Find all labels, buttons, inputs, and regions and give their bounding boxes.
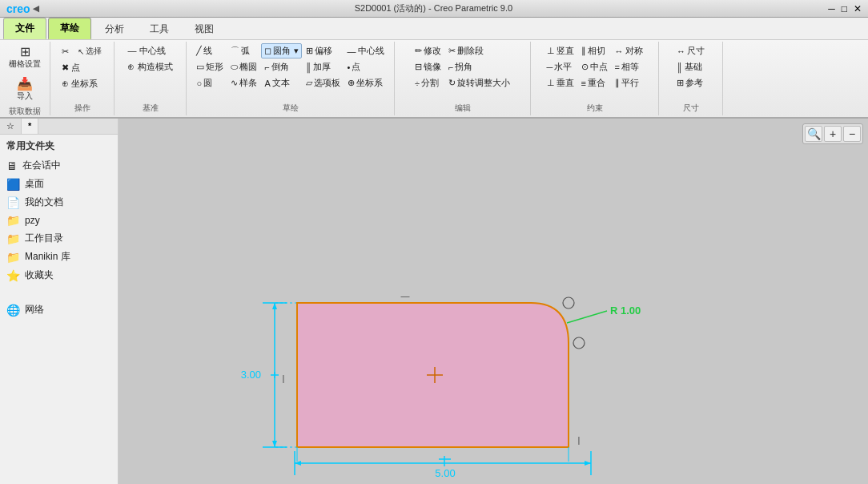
thicken-btn[interactable]: ║ 加厚 [303,59,344,75]
group-label-constraints: 约束 [587,101,603,114]
rect-btn[interactable]: ▭ 矩形 [193,59,227,75]
centerline-btn[interactable]: ― 中心线 [124,43,168,58]
rect-icon: ▭ [196,62,204,72]
symmetric-btn[interactable]: ↔ 对称 [612,43,646,58]
svg-text:|: | [283,373,285,383]
coord-btn[interactable]: ⊕ 坐标系 [58,76,101,91]
chamfer-btn[interactable]: ⌐ 倒角 [261,59,301,75]
perpendicular-icon: ⊥ [547,78,555,88]
sidebar-item-pzy[interactable]: 📁 pzy [0,212,118,229]
coincident-btn[interactable]: ≡ 重合 [578,75,611,91]
spline-btn[interactable]: ∿ 样条 [227,75,260,91]
horizontal-icon: ─ [547,63,553,72]
grid-settings-btn[interactable]: ⊞ 栅格设置 [5,43,45,72]
sidebar-item-manikin[interactable]: 📁 Manikin 库 [0,248,118,266]
desktop-icon: 🟦 [6,178,20,191]
sidebar-item-network[interactable]: 🌐 网络 [0,300,118,319]
fillet-btn[interactable]: ◻ 圆角 ▾ [261,43,301,58]
vertical-constraint-btn[interactable]: ⊥ 竖直 [544,43,577,58]
sidebar-item-favorites[interactable]: ⭐ 收藏夹 [0,266,118,284]
sidebar-item-documents[interactable]: 📄 我的文档 [0,193,118,212]
sidebar-item-session[interactable]: 🖥 在会话中 [0,156,118,175]
sketch-coord-btn[interactable]: ⊕ 坐标系 [344,75,388,91]
window-controls[interactable]: ─ □ ✕ [828,3,862,14]
zoom-out-btn[interactable]: − [843,126,861,142]
dimension-btn[interactable]: ↔ 尺寸 [673,43,708,58]
mirror-icon: ⊟ [415,62,422,72]
group-label-edit: 编辑 [455,101,471,114]
select-btn[interactable]: ↖ 选择 [74,43,106,59]
favorites-icon: ⭐ [6,269,20,282]
offset-btn[interactable]: ⊞ 偏移 [303,43,344,58]
sidebar-tab-active[interactable]: * [22,119,38,134]
close-btn[interactable]: ✕ [854,3,862,14]
tab-sketch[interactable]: 草绘 [48,18,91,39]
zoom-in-btn[interactable]: + [824,126,842,142]
canvas-area[interactable]: 5.00 3.00 R 1.00 ― [119,119,868,484]
sidebar-item-label-session: 在会话中 [22,159,61,172]
midpoint-icon: ⊙ [581,62,589,72]
parallel-btn[interactable]: ∥ 平行 [612,75,646,91]
svg-text:5.00: 5.00 [435,467,455,479]
coincident-icon: ≡ [581,79,586,88]
centerline-icon: ― 中心线 [127,45,165,57]
minimize-btn[interactable]: ─ [828,3,835,14]
ref-icon: ⊞ [677,78,684,88]
sketch-point-btn[interactable]: • 点 [344,59,388,75]
svg-text:|: | [578,435,581,445]
equal-btn[interactable]: = 相等 [612,59,646,75]
tab-analysis[interactable]: 分析 [93,18,136,39]
midpoint-btn[interactable]: ⊙ 中点 [578,59,611,75]
symmetric-icon: ↔ [615,46,624,56]
divide-btn[interactable]: ÷ 分割 [412,75,444,91]
tab-file[interactable]: 文件 [3,18,46,39]
import-label: 导入 [17,91,33,102]
svg-text:3.00: 3.00 [241,369,261,381]
sidebar-item-desktop[interactable]: 🟦 桌面 [0,175,118,193]
pzy-icon: 📁 [6,214,20,227]
workdir-icon: 📁 [6,232,20,245]
manikin-icon: 📁 [6,251,20,264]
line-btn[interactable]: ╱ 线 [193,43,227,58]
construct-mode-btn[interactable]: ⊕ 构造模式 [124,59,175,75]
point-btn[interactable]: ✖ 点 [58,60,83,75]
group-label-get-data: 获取数据 [9,104,41,117]
maximize-btn[interactable]: □ [842,3,847,14]
palette-btn[interactable]: ▱ 选项板 [303,75,344,91]
baseline-btn[interactable]: ║ 基础 [673,59,705,75]
arc-btn[interactable]: ⌒ 弧 [227,43,260,58]
sidebar-item-label-manikin: Manikin 库 [25,250,70,264]
sidebar-item-label-favorites: 收藏夹 [25,268,54,282]
sidebar-item-label-documents: 我的文档 [25,196,63,209]
mirror-btn[interactable]: ⊟ 镜像 [412,59,444,75]
perpendicular-btn[interactable]: ⊥ 垂直 [544,75,577,91]
arc-icon: ⌒ [231,45,239,57]
offset-icon: ⊞ [306,46,313,56]
centerline2-btn[interactable]: ― 中心线 [344,43,388,58]
ellipse-btn[interactable]: ⬭ 椭圆 [227,59,260,75]
import-btn[interactable]: 📥 导入 [12,75,38,104]
search-btn[interactable]: 🔍 [805,126,822,142]
sidebar-item-label-workdir: 工作目录 [25,232,63,245]
line-icon: ╱ [196,46,202,56]
network-icon: 🌐 [6,304,20,317]
thicken-icon: ║ [306,63,312,72]
modify-btn[interactable]: ✏ 修改 [412,43,444,58]
text-btn[interactable]: A 文本 [261,75,301,91]
delete-seg-btn[interactable]: ✂ 删除段 [445,43,513,58]
point-icon: ✖ 点 [62,62,80,74]
circle-icon: ○ [196,79,202,88]
reference-dim-btn[interactable]: ⊞ 参考 [673,75,706,91]
horizontal-constraint-btn[interactable]: ─ 水平 [544,59,577,75]
tab-view[interactable]: 视图 [183,18,226,39]
construct-icon: ⊕ 构造模式 [127,61,172,73]
ribbon-group-sketch: ╱ 线 ▭ 矩形 ○ 圆 ⌒ 弧 ⬭ 椭圆 ∿ 样条 ◻ 圆角 ▾ ⌐ 倒角 A… [187,42,395,115]
tangent-btn[interactable]: ∥ 相切 [578,43,611,58]
sidebar-item-workdir[interactable]: 📁 工作目录 [0,229,118,248]
circle-btn[interactable]: ○ 圆 [193,75,227,91]
corner-btn[interactable]: ⌐ 拐角 [445,59,513,75]
sidebar-tab-star[interactable]: ☆ [0,119,22,134]
tab-tools[interactable]: 工具 [138,18,181,39]
rotate-resize-btn[interactable]: ↻ 旋转调整大小 [445,75,513,91]
cut-btn[interactable]: ✂ [58,43,72,59]
